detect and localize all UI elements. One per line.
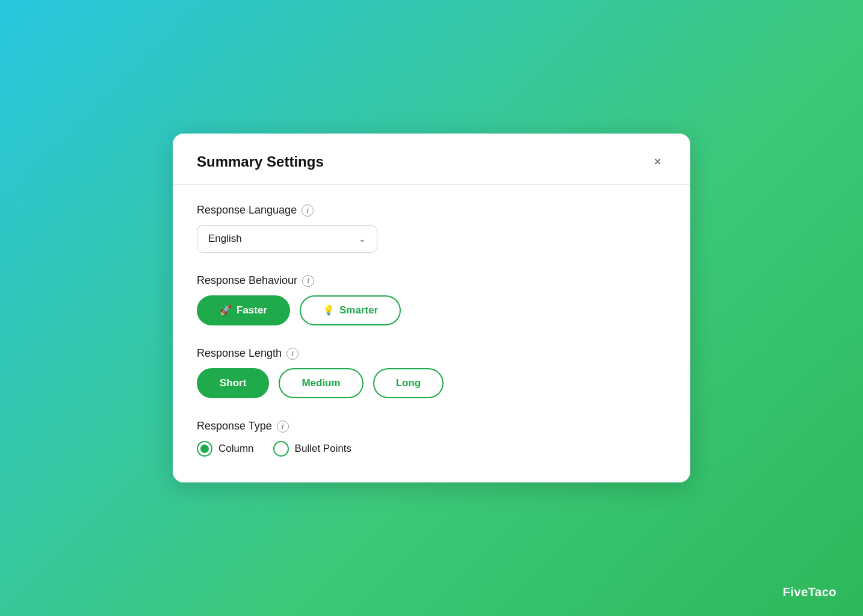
short-button[interactable]: Short: [197, 368, 269, 398]
close-button[interactable]: ×: [649, 153, 666, 171]
faster-button[interactable]: Faster: [197, 295, 290, 325]
response-length-section: Response Length i Short Medium Long: [197, 347, 666, 398]
response-behaviour-section: Response Behaviour i Faster Smarter: [197, 274, 666, 325]
bullet-radio-label: Bullet Points: [295, 443, 352, 455]
response-language-info-icon: i: [302, 205, 314, 217]
length-button-group: Short Medium Long: [197, 368, 666, 398]
response-behaviour-label: Response Behaviour i: [197, 274, 666, 287]
summary-settings-modal: Summary Settings × Response Language i E…: [173, 134, 690, 482]
response-language-section: Response Language i English ⌄: [197, 204, 666, 253]
column-radio-item[interactable]: Column: [197, 441, 254, 457]
response-length-label: Response Length i: [197, 347, 666, 360]
modal-title: Summary Settings: [197, 153, 324, 170]
chevron-down-icon: ⌄: [359, 234, 366, 244]
bullet-radio-circle: [273, 441, 289, 457]
medium-button[interactable]: Medium: [279, 368, 363, 398]
modal-body: Response Language i English ⌄ Response B…: [173, 185, 690, 481]
bullet-radio-item[interactable]: Bullet Points: [273, 441, 352, 457]
modal-header: Summary Settings ×: [173, 134, 690, 185]
language-dropdown-value: English: [208, 233, 242, 245]
column-radio-circle: [197, 441, 212, 457]
response-type-info-icon: i: [277, 420, 289, 433]
response-behaviour-info-icon: i: [302, 275, 314, 287]
bulb-icon: [323, 304, 335, 316]
response-type-section: Response Type i Column Bullet Points: [197, 420, 666, 457]
behaviour-button-group: Faster Smarter: [197, 295, 666, 325]
rocket-icon: [220, 304, 232, 316]
response-language-label: Response Language i: [197, 204, 666, 217]
language-dropdown[interactable]: English ⌄: [197, 225, 377, 253]
column-radio-label: Column: [218, 443, 254, 455]
response-type-radio-group: Column Bullet Points: [197, 441, 666, 457]
response-length-info-icon: i: [286, 348, 298, 360]
response-type-label: Response Type i: [197, 420, 666, 433]
long-button[interactable]: Long: [373, 368, 444, 398]
brand-logo: FiveTaco: [783, 585, 837, 599]
smarter-button[interactable]: Smarter: [300, 295, 401, 325]
